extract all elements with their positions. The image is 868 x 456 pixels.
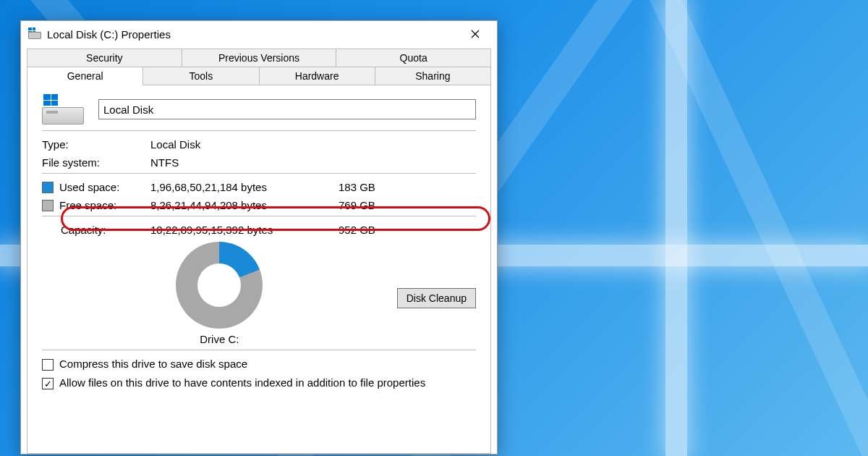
capacity-gb: 952 GB <box>339 224 425 236</box>
info-grid: Type: Local Disk File system: NTFS <box>42 138 476 169</box>
drive-name-input[interactable] <box>98 99 476 119</box>
properties-dialog: Local Disk (C:) Properties Security Prev… <box>20 20 498 455</box>
filesystem-value: NTFS <box>150 156 339 169</box>
capacity-label: Capacity: <box>42 224 150 236</box>
free-swatch-icon <box>42 200 54 211</box>
close-icon <box>471 30 480 38</box>
close-button[interactable] <box>459 23 491 45</box>
tab-quota[interactable]: Quota <box>336 48 491 67</box>
free-bytes: 8,26,21,44,94,208 bytes <box>150 199 339 211</box>
drive-icon <box>28 28 41 41</box>
tab-hardware[interactable]: Hardware <box>260 67 375 85</box>
capacity-grid: Capacity: 10,22,89,95,15,392 bytes 952 G… <box>42 224 476 236</box>
compress-label: Compress this drive to save disk space <box>59 358 247 370</box>
tabs-row-2: General Tools Hardware Sharing <box>27 67 491 85</box>
disk-cleanup-button[interactable]: Disk Cleanup <box>397 288 476 308</box>
drive-large-icon <box>42 94 84 124</box>
chart-row: Drive C: Disk Cleanup <box>42 242 476 345</box>
filesystem-label: File system: <box>42 156 150 169</box>
used-gb: 183 GB <box>339 181 425 193</box>
tab-sharing[interactable]: Sharing <box>375 67 491 85</box>
divider <box>42 130 476 131</box>
tabs: Security Previous Versions Quota General… <box>21 47 497 454</box>
free-gb: 769 GB <box>339 199 425 211</box>
tab-tools[interactable]: Tools <box>143 67 259 85</box>
index-label: Allow files on this drive to have conten… <box>59 376 425 389</box>
tab-security[interactable]: Security <box>27 48 182 67</box>
wallpaper-ray <box>601 0 868 456</box>
tab-panel-general: Type: Local Disk File system: NTFS Used … <box>27 85 491 454</box>
index-checkbox[interactable]: ✓ <box>42 378 54 389</box>
tab-previous-versions[interactable]: Previous Versions <box>182 48 337 67</box>
free-space-label: Free space: <box>42 199 150 211</box>
type-label: Type: <box>42 138 150 151</box>
used-swatch-icon <box>42 182 54 193</box>
compress-option[interactable]: Compress this drive to save disk space <box>42 358 476 371</box>
index-option[interactable]: ✓ Allow files on this drive to have cont… <box>42 376 476 389</box>
usage-donut-chart <box>176 242 263 329</box>
compress-checkbox[interactable] <box>42 359 54 371</box>
window-title: Local Disk (C:) Properties <box>47 28 459 41</box>
space-grid: Used space: 1,96,68,50,21,184 bytes 183 … <box>42 181 476 211</box>
used-bytes: 1,96,68,50,21,184 bytes <box>150 181 339 193</box>
tab-general[interactable]: General <box>27 67 143 85</box>
divider <box>42 216 476 216</box>
divider <box>42 173 476 174</box>
divider <box>42 350 476 350</box>
tabs-row-1: Security Previous Versions Quota <box>27 48 491 67</box>
capacity-bytes: 10,22,89,95,15,392 bytes <box>150 224 339 236</box>
wallpaper-cross-vertical <box>665 0 687 456</box>
type-value: Local Disk <box>150 138 339 151</box>
drive-chart-label: Drive C: <box>42 333 397 345</box>
titlebar: Local Disk (C:) Properties <box>21 21 497 47</box>
used-space-label: Used space: <box>42 181 150 193</box>
